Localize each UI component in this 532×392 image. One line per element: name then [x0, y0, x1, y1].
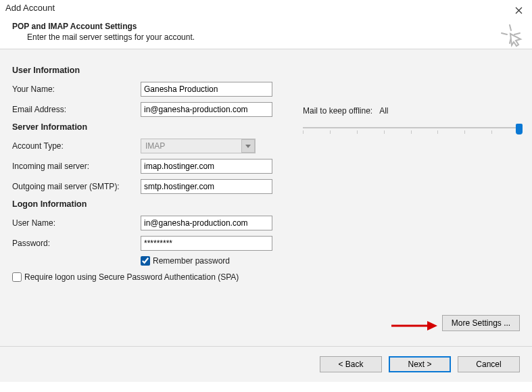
label-account-type: Account Type:: [12, 141, 141, 151]
label-your-name: Your Name:: [12, 84, 141, 94]
input-password[interactable]: [141, 236, 272, 251]
svg-marker-1: [427, 321, 437, 330]
section-server-info: Server Information: [12, 122, 276, 132]
slider-thumb[interactable]: [516, 124, 523, 134]
checkbox-spa[interactable]: [12, 272, 22, 282]
label-password: Password:: [12, 239, 141, 248]
chevron-down-icon: [241, 139, 255, 153]
select-account-type-value: IMAP: [145, 141, 165, 151]
back-button[interactable]: < Back: [320, 356, 382, 372]
annotation-arrow-icon: [390, 318, 437, 334]
input-incoming[interactable]: [141, 159, 272, 174]
input-outgoing[interactable]: [141, 179, 272, 194]
label-username: User Name:: [12, 218, 141, 228]
slider-ticks: [303, 130, 519, 134]
input-email[interactable]: [141, 102, 272, 117]
page-heading: POP and IMAP Account Settings: [12, 22, 523, 31]
next-button[interactable]: Next >: [389, 356, 451, 372]
cancel-button[interactable]: Cancel: [458, 356, 520, 372]
input-your-name[interactable]: [141, 82, 272, 97]
page-subheading: Enter the mail server settings for your …: [27, 32, 523, 42]
label-spa: Require logon using Secure Password Auth…: [24, 272, 239, 282]
close-button[interactable]: [509, 3, 528, 18]
close-icon: [515, 7, 523, 14]
section-logon-info: Logon Information: [12, 199, 276, 209]
slider-track: [303, 127, 519, 128]
label-outgoing: Outgoing mail server (SMTP):: [12, 182, 141, 191]
section-user-info: User Information: [12, 66, 276, 75]
label-incoming: Incoming mail server:: [12, 162, 141, 171]
label-email: Email Address:: [12, 105, 141, 114]
label-remember: Remember password: [153, 256, 230, 266]
window-title: Add Account: [5, 3, 55, 13]
label-mail-offline: Mail to keep offline:: [303, 106, 372, 116]
more-settings-button[interactable]: More Settings ...: [442, 315, 520, 331]
slider-mail-offline[interactable]: [303, 125, 519, 136]
input-username[interactable]: [141, 216, 272, 230]
value-mail-offline: All: [379, 106, 388, 116]
select-account-type: IMAP: [141, 139, 256, 153]
checkbox-remember[interactable]: [141, 256, 150, 266]
cursor-icon: [498, 22, 525, 49]
